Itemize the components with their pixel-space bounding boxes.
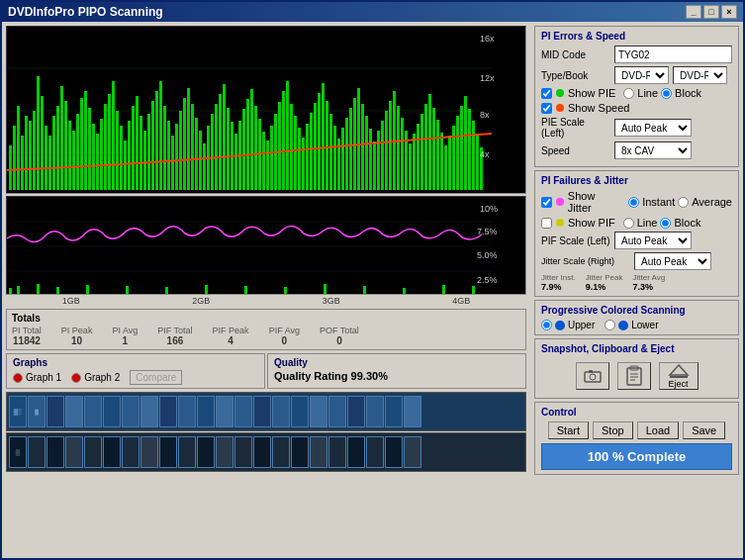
start-button[interactable]: Start xyxy=(548,421,589,439)
show-speed-checkbox[interactable] xyxy=(541,103,552,114)
graphs-quality-bar: Graphs Graph 1 Graph 2 Compare xyxy=(6,353,526,389)
minimize-button[interactable]: _ xyxy=(686,5,701,19)
pi-peak-value: 10 xyxy=(71,335,82,346)
quality-rating: Quality Rating 99.30% xyxy=(274,370,519,382)
svg-rect-12 xyxy=(41,96,44,190)
speed-row: Speed 8x CAV xyxy=(541,141,732,159)
show-jitter-label: Show Jitter xyxy=(568,190,620,214)
svg-rect-136 xyxy=(86,285,89,294)
svg-rect-103 xyxy=(401,118,404,190)
svg-rect-21 xyxy=(76,114,79,190)
svg-rect-63 xyxy=(242,109,245,190)
pif-scale-select[interactable]: Auto Peak xyxy=(614,232,692,249)
svg-rect-34 xyxy=(128,121,131,190)
upper-dot xyxy=(555,321,565,330)
svg-rect-50 xyxy=(191,104,194,190)
film-cell xyxy=(103,396,121,427)
svg-rect-53 xyxy=(203,143,206,190)
film-cell xyxy=(253,436,271,468)
maximize-button[interactable]: □ xyxy=(703,5,719,19)
snapshot-row: Eject xyxy=(541,358,732,394)
jitter-peak-item: Jitter Peak 9.1% xyxy=(586,273,623,292)
graph2-label: Graph 2 xyxy=(84,372,120,383)
lower-item: Lower xyxy=(605,320,658,330)
control-title: Control xyxy=(541,407,732,418)
pif-line-radio[interactable] xyxy=(623,218,634,229)
film-cell xyxy=(197,396,215,427)
lower-radio[interactable] xyxy=(605,320,615,330)
progressive-title: Progressive Colored Scanning xyxy=(541,305,732,316)
svg-rect-121 xyxy=(472,121,475,190)
svg-rect-11 xyxy=(37,76,40,190)
save-button[interactable]: Save xyxy=(683,421,725,439)
pif-block-radio[interactable] xyxy=(660,218,671,229)
svg-rect-59 xyxy=(227,108,230,190)
svg-text:16x: 16x xyxy=(480,34,495,44)
show-pif-checkbox[interactable] xyxy=(541,218,552,229)
camera-button[interactable] xyxy=(576,362,609,390)
svg-rect-75 xyxy=(290,104,293,190)
svg-rect-108 xyxy=(420,114,423,190)
svg-rect-72 xyxy=(278,102,281,190)
pie-chart-svg: 16x 12x 8x 4x xyxy=(7,27,525,194)
svg-rect-113 xyxy=(440,133,443,190)
pi-peak-item: PI Peak 10 xyxy=(61,326,93,346)
svg-rect-77 xyxy=(298,128,301,190)
stop-button[interactable]: Stop xyxy=(593,421,633,439)
upper-radio[interactable] xyxy=(541,320,552,330)
jitter-instant-radio[interactable] xyxy=(628,197,639,208)
jitter-avg-item: Jitter Avg 7.3% xyxy=(632,273,665,292)
pif-chart-container: 10% 7.5% 5.0% 2.5% xyxy=(6,196,526,295)
svg-rect-20 xyxy=(72,131,75,190)
svg-rect-109 xyxy=(424,104,427,190)
svg-rect-16 xyxy=(56,106,59,190)
pof-total-label: POF Total xyxy=(320,326,359,335)
svg-rect-93 xyxy=(361,104,364,190)
film-cell xyxy=(65,396,83,427)
show-jitter-checkbox[interactable] xyxy=(541,197,552,208)
jitter-avg-radio[interactable] xyxy=(678,197,689,208)
svg-rect-141 xyxy=(284,287,287,294)
pie-scale-label: PIE Scale (Left) xyxy=(541,117,610,139)
close-button[interactable]: × xyxy=(721,5,737,19)
load-button[interactable]: Load xyxy=(637,421,679,439)
title-bar: DVDInfoPro PIPO Scanning _ □ × xyxy=(2,2,743,22)
svg-rect-33 xyxy=(124,140,127,190)
type-select-2[interactable]: DVD-R xyxy=(673,66,727,84)
svg-rect-29 xyxy=(108,94,111,190)
pie-block-radio[interactable] xyxy=(661,88,672,99)
mid-code-input[interactable] xyxy=(614,46,732,63)
compare-button[interactable]: Compare xyxy=(130,370,182,385)
graph2-item[interactable]: Graph 2 xyxy=(71,372,120,383)
svg-rect-68 xyxy=(262,132,265,190)
svg-rect-32 xyxy=(120,126,123,190)
lower-label: Lower xyxy=(631,320,658,330)
svg-rect-111 xyxy=(432,108,435,190)
film-cell xyxy=(404,396,421,427)
show-pif-label: Show PIF xyxy=(568,217,615,229)
speed-select[interactable]: 8x CAV xyxy=(614,141,692,159)
eject-icon xyxy=(668,363,690,378)
svg-rect-5 xyxy=(13,126,16,190)
type-book-label: Type/Book xyxy=(541,70,610,81)
lower-dot xyxy=(618,321,628,330)
pie-type-group: Line Block xyxy=(623,87,701,99)
clipboard-button[interactable] xyxy=(617,362,651,390)
eject-button[interactable]: Eject xyxy=(659,362,698,390)
upper-item: Upper xyxy=(541,320,595,330)
pi-failures-section: PI Failures & Jitter Show Jitter Instant… xyxy=(534,170,739,297)
svg-rect-78 xyxy=(302,138,305,190)
jitter-inst-item: Jitter Inst. 7.9% xyxy=(541,273,576,292)
jitter-scale-select[interactable]: Auto Peak xyxy=(634,252,711,270)
pie-line-radio[interactable] xyxy=(623,88,634,99)
svg-rect-47 xyxy=(179,111,182,190)
type-select-1[interactable]: DVD-R xyxy=(614,66,669,84)
show-pie-checkbox[interactable] xyxy=(541,88,552,99)
graph1-item[interactable]: Graph 1 xyxy=(13,372,61,383)
svg-rect-15 xyxy=(52,116,55,190)
svg-rect-119 xyxy=(464,96,467,190)
svg-rect-98 xyxy=(381,121,384,190)
pie-scale-select[interactable]: Auto Peak xyxy=(614,119,692,137)
svg-rect-81 xyxy=(314,103,317,190)
svg-rect-115 xyxy=(448,136,451,190)
